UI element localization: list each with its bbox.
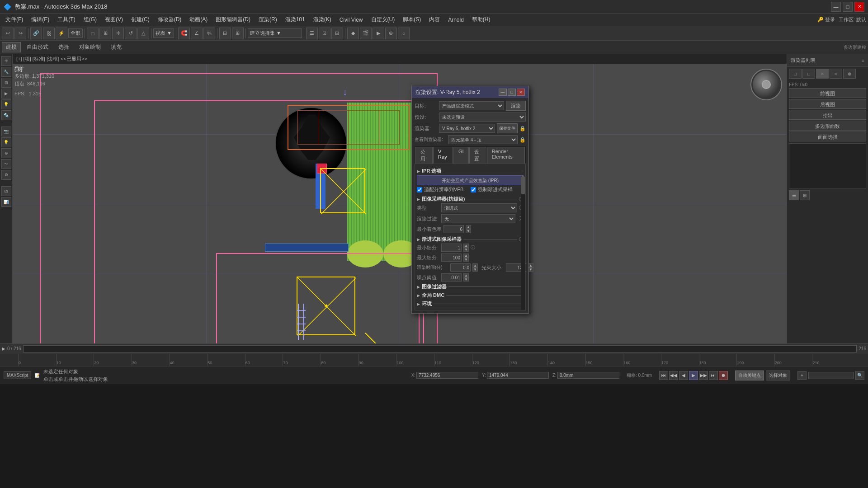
ipr-adapt-checkbox[interactable] [417, 187, 422, 192]
material-editor-btn[interactable]: ◆ [347, 28, 359, 39]
playback-last[interactable]: ⏭ [709, 371, 718, 380]
angle-snap-btn[interactable]: ∠ [191, 28, 203, 39]
render-button[interactable]: 渲染 [506, 101, 526, 111]
environment-section-header[interactable]: ▶ 环境 [417, 300, 524, 307]
rp-back-btn[interactable]: 后视图 [789, 99, 866, 109]
hierarchy-panel-icon[interactable]: ⊞ [1, 78, 11, 88]
right-sub-tab-grid[interactable]: ⊞ [800, 190, 810, 200]
ipr-start-button[interactable]: 开始交互式产品效查染 (IPR) [417, 175, 524, 185]
min-sub-up[interactable]: ▲ [463, 244, 469, 248]
rd-close-button[interactable]: ✕ [517, 89, 525, 96]
playback-prev[interactable]: ◀ [679, 371, 688, 380]
rotate-btn[interactable]: ↺ [125, 28, 137, 39]
menu-customize[interactable]: 自定义(U) [368, 15, 399, 24]
auto-key-button[interactable]: 自动关键点 [735, 371, 764, 380]
close-button[interactable]: ✕ [854, 2, 864, 12]
save-file-button[interactable]: 保存文件 [497, 123, 518, 133]
menu-tools[interactable]: 工具(T) [54, 15, 79, 24]
view-select[interactable]: 四元菜单 4 - 顶 [448, 135, 518, 144]
zoom-slider[interactable] [808, 372, 854, 379]
beam-down[interactable]: ▼ [528, 267, 533, 272]
ribbon-modeling[interactable]: 建模 [2, 42, 21, 52]
schematic-view-btn[interactable]: ⊞ [331, 28, 343, 39]
menu-arnold[interactable]: Arnold [444, 16, 467, 24]
percent-snap-btn[interactable]: % [203, 28, 215, 39]
redo-button[interactable]: ↪ [14, 28, 26, 39]
main-viewport[interactable]: [顶] [13, 64, 787, 343]
menu-file[interactable]: 文件(F) [2, 15, 27, 24]
renderer-select[interactable]: V-Ray 5, hotfix 2 [439, 124, 495, 133]
login-button[interactable]: 🔑 登录 [817, 16, 835, 23]
right-tab-2[interactable]: ○ [816, 69, 829, 79]
render-setup-btn[interactable]: 🎬 [360, 28, 372, 39]
image-sampler-section-header[interactable]: ▶ 图像采样器(抗锯齿) ⓘ [417, 196, 524, 202]
zoom-in-button[interactable]: + [797, 371, 807, 380]
snap-toggle-btn[interactable]: 🧲 [178, 28, 190, 39]
scene-graph-btn[interactable]: ⊡ [319, 28, 330, 39]
beam-up[interactable]: ▲ [528, 263, 533, 267]
ipr-section-header[interactable]: ▶ IPR 选项 [417, 168, 524, 174]
undo-button[interactable]: ↩ [2, 28, 14, 39]
playback-next[interactable]: ▶▶ [699, 371, 708, 380]
menu-render[interactable]: 渲染(R) [255, 15, 281, 24]
right-sub-tab-list[interactable]: ☰ [789, 190, 799, 200]
utilities-panel-icon[interactable]: 🔩 [1, 110, 11, 120]
render-time-up[interactable]: ▲ [472, 263, 478, 267]
type-select[interactable]: 渐进式 [441, 203, 517, 212]
x-input[interactable] [416, 372, 478, 379]
right-tab-4[interactable]: ⊕ [843, 69, 856, 79]
titlebar-controls[interactable]: — □ ✕ [831, 2, 864, 12]
noise-down[interactable]: ▼ [463, 277, 469, 282]
min-shade-up-button[interactable]: ▲ [466, 225, 471, 229]
dialog-scrollbar[interactable] [521, 176, 525, 310]
light-icon[interactable]: 💡 [1, 137, 11, 147]
create-panel-icon[interactable]: ✛ [1, 56, 11, 66]
rp-front-btn[interactable]: 前视图 [789, 88, 866, 98]
render-time-input[interactable] [450, 263, 471, 272]
menu-render101[interactable]: 渲染101 [282, 15, 309, 24]
image-filter-section-header[interactable]: ▶ 图像过滤器 [417, 283, 524, 290]
tab-common[interactable]: 公用 [415, 147, 433, 164]
menu-animation[interactable]: 动画(A) [186, 15, 211, 24]
preset-select[interactable]: 未选定预设 [439, 113, 526, 122]
right-tab-0[interactable]: □ [789, 69, 802, 79]
menu-edit[interactable]: 编辑(E) [28, 15, 53, 24]
menu-civil-view[interactable]: Civil View [336, 16, 367, 24]
min-shade-down-button[interactable]: ▼ [466, 229, 471, 233]
max-sub-up[interactable]: ▲ [463, 253, 469, 258]
playback-first[interactable]: ⏮ [659, 371, 668, 380]
mirror-btn[interactable]: ⊟ [219, 28, 231, 39]
system-icon[interactable]: ⚙ [1, 170, 11, 180]
unlink-button[interactable]: ⛓ [43, 28, 55, 39]
move-btn[interactable]: ✛ [112, 28, 124, 39]
playback-prev-key[interactable]: ◀◀ [669, 371, 678, 380]
max-sub-down[interactable]: ▼ [463, 258, 469, 262]
maximize-button[interactable]: □ [843, 2, 853, 12]
track-view-icon[interactable]: 📊 [1, 197, 11, 207]
render-time-down[interactable]: ▼ [472, 267, 478, 272]
rd-minimize-button[interactable]: — [499, 89, 507, 96]
ribbon-paint[interactable]: 对象绘制 [75, 42, 105, 52]
display-panel-icon[interactable]: 💡 [1, 99, 11, 109]
noise-up[interactable]: ▲ [463, 273, 469, 277]
ipr-adapt-check[interactable]: 适配分辨率到VFB [417, 186, 463, 193]
menu-create[interactable]: 创建(C) [127, 15, 153, 24]
select-all-btn[interactable]: 全部 [68, 28, 83, 38]
region-select-btn[interactable]: ⊞ [99, 28, 111, 39]
ribbon-populate[interactable]: 填充 [107, 42, 126, 52]
timeline-bar[interactable] [23, 345, 857, 352]
modify-panel-icon[interactable]: 🔧 [1, 67, 11, 77]
menu-content[interactable]: 内容 [425, 15, 443, 24]
menu-render-k[interactable]: 渲染(K) [310, 15, 335, 24]
minimize-button[interactable]: — [831, 2, 841, 12]
ribbon-select[interactable]: 选择 [54, 42, 73, 52]
camera-icon[interactable]: 📷 [1, 127, 11, 136]
ribbon-freeform[interactable]: 自由形式 [23, 42, 52, 52]
right-panel-menu-icon[interactable]: ≡ [862, 58, 864, 63]
tab-settings[interactable]: 设置 [469, 147, 486, 164]
menu-help[interactable]: 帮助(H) [468, 15, 494, 24]
playback-record[interactable]: ⏺ [719, 371, 728, 380]
min-sub-input[interactable] [441, 244, 462, 252]
min-sub-down[interactable]: ▼ [463, 248, 469, 252]
menu-script[interactable]: 脚本(S) [399, 15, 425, 24]
